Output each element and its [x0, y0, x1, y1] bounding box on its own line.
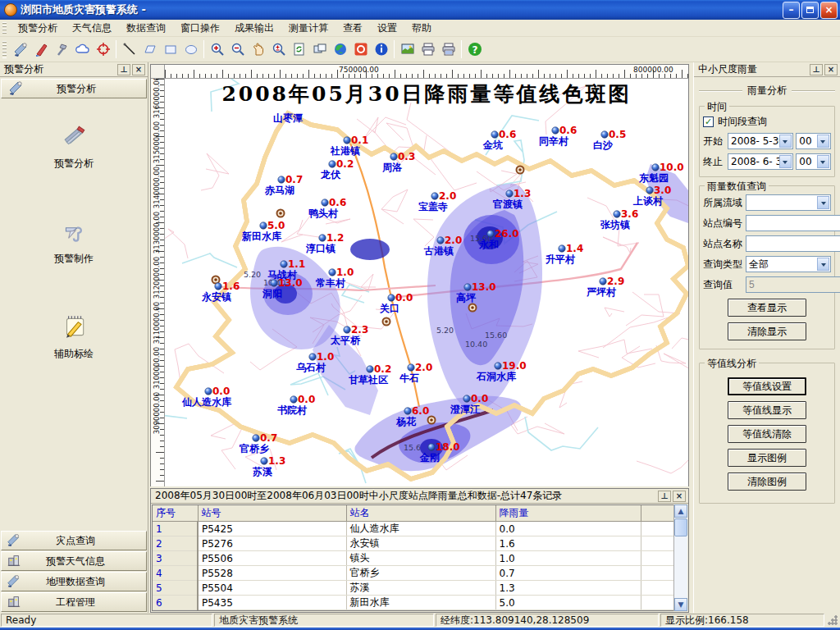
start-date-combo[interactable]: 2008- 5-30: [728, 133, 793, 149]
menu-item[interactable]: 成果输出: [227, 20, 281, 37]
tool-hammer-icon[interactable]: [52, 39, 72, 59]
right-panel-title: 中小尺度雨量: [698, 62, 757, 76]
scroll-down-icon[interactable]: ▼: [674, 598, 687, 611]
show-display-button[interactable]: 查看显示: [728, 299, 806, 317]
station-name: 关口: [379, 303, 399, 314]
pin-icon[interactable]: ⊥: [810, 64, 823, 75]
contour-button-1[interactable]: 等值线设置: [728, 377, 806, 395]
time-range-checkbox[interactable]: ✓: [703, 116, 714, 127]
scroll-up-icon[interactable]: ▲: [674, 504, 687, 518]
draw-ellipse-icon[interactable]: [180, 39, 201, 59]
menu-item[interactable]: 设置: [370, 20, 404, 37]
draw-rectangle-icon[interactable]: [160, 39, 180, 59]
close-icon[interactable]: ×: [132, 64, 145, 75]
table-header[interactable]: 站号: [198, 505, 346, 522]
contour-button-5[interactable]: 清除图例: [728, 472, 806, 491]
station-name-input[interactable]: [746, 235, 840, 252]
table-scrollbar[interactable]: ▲ ▼: [673, 504, 687, 611]
close-icon[interactable]: ×: [824, 64, 838, 75]
query-value-input: [746, 276, 840, 293]
menu-item[interactable]: 数据查询: [119, 20, 173, 37]
refresh-icon[interactable]: [289, 39, 309, 59]
chevron-down-icon[interactable]: [779, 135, 792, 148]
menu-item[interactable]: 测量计算: [281, 20, 336, 37]
zoom-full-icon[interactable]: [268, 39, 289, 59]
menu-item[interactable]: 天气信息: [65, 20, 119, 37]
station-dot-icon: [506, 190, 513, 197]
info-icon[interactable]: [371, 39, 391, 59]
end-hour-combo[interactable]: 00: [796, 153, 831, 170]
warning-make-icon[interactable]: [31, 39, 52, 59]
table-row[interactable]: 1P5425仙人造水库0.0: [153, 522, 675, 536]
rainfall-data-grid[interactable]: 序号站号站名降雨量 1P5425仙人造水库0.02P5276永安镇1.63P55…: [152, 504, 687, 611]
sidebar-bar[interactable]: 灾点查询: [1, 531, 147, 550]
menu-drag-handle[interactable]: [2, 22, 7, 34]
table-row[interactable]: 6P5435新田水库5.0: [153, 596, 675, 610]
contour-button-3[interactable]: 等值线清除: [728, 425, 806, 443]
sidebar-bar[interactable]: 地理数据查询: [1, 572, 147, 591]
draw-polygon-icon[interactable]: [139, 39, 160, 59]
table-row[interactable]: 7P5310洞阳13.0: [153, 610, 675, 612]
warning-analysis-icon[interactable]: [11, 39, 31, 59]
locate-target-icon[interactable]: [93, 39, 113, 59]
close-button[interactable]: ×: [820, 2, 838, 19]
table-row[interactable]: 2P5276永安镇1.6: [153, 536, 675, 551]
menu-item[interactable]: 帮助: [404, 20, 439, 37]
pin-icon[interactable]: ⊥: [117, 64, 130, 75]
weather-cloud-icon[interactable]: [72, 39, 93, 59]
menu-item[interactable]: 窗口操作: [173, 20, 227, 37]
ruler-label: 3110000.00: [152, 300, 162, 346]
table-header[interactable]: 序号: [153, 505, 198, 522]
rainfall-contour-map[interactable]: 5.2010.4015.605.2015.6010.4015.6 山枣潭0.1社…: [165, 79, 688, 486]
close-icon[interactable]: ×: [673, 491, 686, 502]
stop-icon[interactable]: [350, 39, 371, 59]
table-header[interactable]: 站名: [346, 505, 495, 522]
station-value: 18.0: [436, 441, 460, 453]
end-date-combo[interactable]: 2008- 6- 3: [728, 153, 793, 170]
clear-display-button[interactable]: 清除显示: [728, 322, 806, 340]
help-icon[interactable]: ?: [464, 39, 485, 59]
pan-hand-icon[interactable]: [248, 39, 268, 59]
menu-item[interactable]: 查看: [336, 20, 370, 37]
layers-icon[interactable]: [309, 39, 330, 59]
menu-item[interactable]: 预警分析: [11, 20, 65, 37]
sidebar-section-header[interactable]: 预警分析: [1, 79, 147, 98]
sidebar-item-2[interactable]: 预警制作: [54, 213, 94, 266]
toolbar-drag-handle[interactable]: [2, 41, 7, 58]
table-row[interactable]: 5P5504苏溪1.3: [153, 581, 675, 596]
title-bar[interactable]: 浏阳市地质灾害预警系统 - – ×: [0, 0, 840, 20]
chevron-down-icon[interactable]: [817, 258, 829, 271]
table-row[interactable]: 3P5506镇头1.0: [153, 551, 675, 566]
table-row[interactable]: 4P5528官桥乡0.7: [153, 566, 675, 581]
scrollbar-thumb[interactable]: [674, 518, 687, 536]
draw-line-icon[interactable]: [119, 39, 139, 59]
restore-button[interactable]: [801, 2, 819, 19]
contour-button-4[interactable]: 显示图例: [728, 449, 806, 467]
map-station: 山枣潭: [273, 112, 303, 124]
globe-icon[interactable]: [330, 39, 350, 59]
sidebar-item-1[interactable]: 预警分析: [54, 118, 94, 171]
zoom-in-icon[interactable]: [207, 39, 227, 59]
map-title: 2008年05月30日降雨量等值线色斑图: [165, 80, 688, 107]
sidebar-bar[interactable]: 预警天气信息: [1, 551, 147, 571]
minimize-button[interactable]: –: [783, 2, 800, 19]
start-hour-combo[interactable]: 00: [796, 133, 831, 149]
zoom-out-icon[interactable]: [227, 39, 248, 59]
pin-icon[interactable]: ⊥: [658, 491, 671, 502]
print-preview-icon[interactable]: [438, 39, 459, 59]
table-header[interactable]: 降雨量: [495, 505, 641, 522]
map-canvas[interactable]: 2008年05月30日降雨量等值线色斑图: [165, 79, 688, 486]
station-id-input[interactable]: [746, 215, 840, 231]
sidebar-item-3[interactable]: 辅助标绘: [54, 308, 94, 361]
contour-button-2[interactable]: 等值线显示: [728, 401, 806, 419]
chevron-down-icon[interactable]: [817, 155, 829, 168]
sidebar-bar[interactable]: 工程管理: [1, 592, 147, 612]
chevron-down-icon[interactable]: [817, 135, 829, 148]
print-icon[interactable]: [418, 39, 438, 59]
chevron-down-icon[interactable]: [817, 196, 829, 209]
query-type-combo[interactable]: 全部: [746, 256, 831, 272]
legend-map-icon[interactable]: [397, 39, 418, 59]
basin-combo[interactable]: [746, 194, 831, 211]
chevron-down-icon[interactable]: [779, 155, 792, 168]
resize-grip[interactable]: [827, 614, 838, 626]
